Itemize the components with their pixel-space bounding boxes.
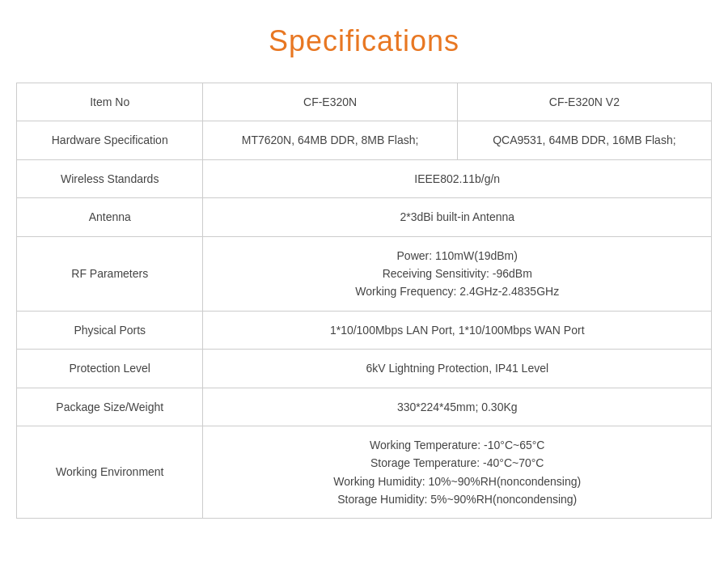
row-value-left: MT7620N, 64MB DDR, 8MB Flash; — [203, 121, 457, 159]
row-label: Antenna — [17, 198, 203, 236]
table-row: Package Size/Weight330*224*45mm; 0.30Kg — [17, 388, 712, 426]
row-value-right: QCA9531, 64MB DDR, 16MB Flash; — [457, 121, 711, 159]
row-value-right: CF-E320N V2 — [457, 83, 711, 121]
table-row: Protection Level6kV Lightning Protection… — [17, 350, 712, 388]
table-row: Item NoCF-E320NCF-E320N V2 — [17, 83, 712, 121]
row-value: 2*3dBi built-in Antenna — [203, 198, 712, 236]
row-label: Physical Ports — [17, 311, 203, 349]
table-row: Working EnvironmentWorking Temperature: … — [17, 426, 712, 519]
table-row: Wireless StandardsIEEE802.11b/g/n — [17, 159, 712, 197]
row-label: Wireless Standards — [17, 159, 203, 197]
table-row: Antenna2*3dBi built-in Antenna — [17, 198, 712, 236]
row-label: RF Parameters — [17, 236, 203, 311]
row-value: Working Temperature: -10°C~65°CStorage T… — [203, 426, 712, 519]
row-value: 6kV Lightning Protection, IP41 Level — [203, 350, 712, 388]
row-label: Protection Level — [17, 350, 203, 388]
table-row: Hardware SpecificationMT7620N, 64MB DDR,… — [17, 121, 712, 159]
row-value-left: CF-E320N — [203, 83, 457, 121]
row-label: Package Size/Weight — [17, 388, 203, 426]
page-title: Specifications — [269, 24, 459, 58]
table-row: RF ParametersPower: 110mW(19dBm)Receivin… — [17, 236, 712, 311]
row-value: Power: 110mW(19dBm)Receiving Sensitivity… — [203, 236, 712, 311]
row-label: Working Environment — [17, 426, 203, 519]
row-label: Hardware Specification — [17, 121, 203, 159]
table-row: Physical Ports1*10/100Mbps LAN Port, 1*1… — [17, 311, 712, 349]
row-value: 330*224*45mm; 0.30Kg — [203, 388, 712, 426]
row-value: 1*10/100Mbps LAN Port, 1*10/100Mbps WAN … — [203, 311, 712, 349]
row-label: Item No — [17, 83, 203, 121]
row-value: IEEE802.11b/g/n — [203, 159, 712, 197]
specifications-table: Item NoCF-E320NCF-E320N V2Hardware Speci… — [16, 83, 712, 519]
